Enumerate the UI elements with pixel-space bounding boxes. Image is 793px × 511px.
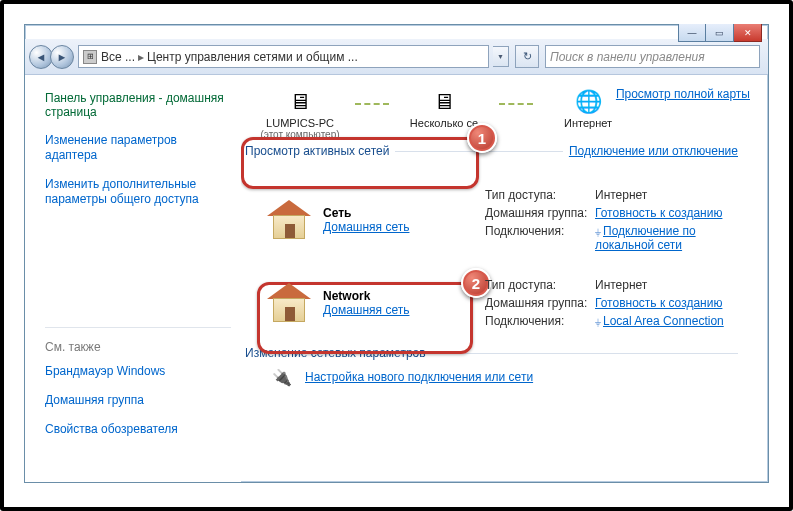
- wizard-icon: 🔌: [269, 366, 295, 388]
- new-connection-link[interactable]: Настройка нового подключения или сети: [305, 370, 533, 384]
- close-button[interactable]: ✕: [734, 24, 762, 42]
- access-type-label: Тип доступа:: [485, 278, 595, 292]
- computer-icon: 🖥: [282, 87, 318, 117]
- access-type-value: Интернет: [595, 188, 738, 202]
- address-dropdown-button[interactable]: ▼: [493, 46, 509, 67]
- maximize-button[interactable]: ▭: [706, 24, 734, 42]
- globe-icon: 🌐: [570, 87, 606, 117]
- map-node-label: LUMPICS-PC: [245, 117, 355, 129]
- home-network-icon: [267, 283, 311, 323]
- sidebar-seealso-browser[interactable]: Свойства обозревателя: [45, 422, 231, 437]
- homegroup-link[interactable]: Готовность к созданию: [595, 296, 722, 310]
- highlight-box-1: [241, 137, 479, 189]
- new-connection-wizard[interactable]: 🔌 Настройка нового подключения или сети: [245, 366, 738, 388]
- breadcrumb-separator: ▸: [138, 50, 144, 64]
- connections-label: Подключения:: [485, 314, 595, 328]
- main-content: Просмотр полной карты 🖥 LUMPICS-PC (этот…: [241, 75, 768, 482]
- homegroup-label: Домашняя группа:: [485, 206, 595, 220]
- window: — ▭ ✕ ◄ ► ⊞ Все ... ▸ Центр управления с…: [24, 24, 769, 483]
- breadcrumb-root[interactable]: Все ...: [101, 50, 135, 64]
- sidebar-seealso-header: См. также: [45, 327, 231, 354]
- access-type-value: Интернет: [595, 278, 738, 292]
- access-type-label: Тип доступа:: [485, 188, 595, 202]
- map-node-this-pc[interactable]: 🖥 LUMPICS-PC (этот компьютер): [245, 87, 355, 140]
- home-network-icon: [267, 200, 311, 240]
- ethernet-icon: ⏚: [595, 316, 601, 327]
- map-connector: [499, 103, 533, 105]
- network-type-link[interactable]: Домашняя сеть: [323, 220, 409, 234]
- map-connector: [355, 103, 389, 105]
- connections-label: Подключения:: [485, 224, 595, 252]
- network-name: Сеть: [323, 206, 409, 220]
- annotation-badge-1: 1: [467, 123, 497, 153]
- connection-link[interactable]: Local Area Connection: [603, 314, 724, 328]
- window-controls: — ▭ ✕: [678, 24, 762, 42]
- map-node-label: Интернет: [533, 117, 643, 129]
- network-icon: 🖥: [426, 87, 462, 117]
- search-input[interactable]: Поиск в панели управления: [545, 45, 760, 68]
- sidebar-seealso-homegroup[interactable]: Домашняя группа: [45, 393, 231, 408]
- connect-disconnect-link[interactable]: Подключение или отключение: [569, 144, 738, 158]
- sidebar-link-adapter[interactable]: Изменение параметров адаптера: [45, 133, 231, 163]
- sidebar: Панель управления - домашняя страница Из…: [25, 75, 241, 482]
- network-entry-1: Сеть Домашняя сеть Тип доступа: Интернет…: [245, 188, 738, 252]
- network-name: Network: [323, 289, 409, 303]
- sidebar-seealso-firewall[interactable]: Брандмауэр Windows: [45, 364, 231, 379]
- address-bar[interactable]: ⊞ Все ... ▸ Центр управления сетями и об…: [78, 45, 489, 68]
- nav-forward-button[interactable]: ►: [50, 45, 74, 69]
- refresh-button[interactable]: ↻: [515, 45, 539, 68]
- ethernet-icon: ⏚: [595, 226, 601, 237]
- connection-link[interactable]: Подключение по локальной сети: [595, 224, 696, 252]
- sidebar-link-sharing[interactable]: Изменить дополнительные параметры общего…: [45, 177, 231, 207]
- homegroup-label: Домашняя группа:: [485, 296, 595, 310]
- divider: [432, 353, 738, 354]
- network-type-link[interactable]: Домашняя сеть: [323, 303, 409, 317]
- network-entry-2: Network Домашняя сеть Тип доступа: Интер…: [245, 278, 738, 328]
- full-map-link[interactable]: Просмотр полной карты: [616, 87, 750, 101]
- homegroup-link[interactable]: Готовность к созданию: [595, 206, 722, 220]
- minimize-button[interactable]: —: [678, 24, 706, 42]
- sidebar-home-link[interactable]: Панель управления - домашняя страница: [45, 91, 231, 119]
- breadcrumb-page[interactable]: Центр управления сетями и общим ...: [147, 50, 358, 64]
- control-panel-icon: ⊞: [83, 50, 97, 64]
- address-bar-row: ◄ ► ⊞ Все ... ▸ Центр управления сетями …: [25, 39, 768, 75]
